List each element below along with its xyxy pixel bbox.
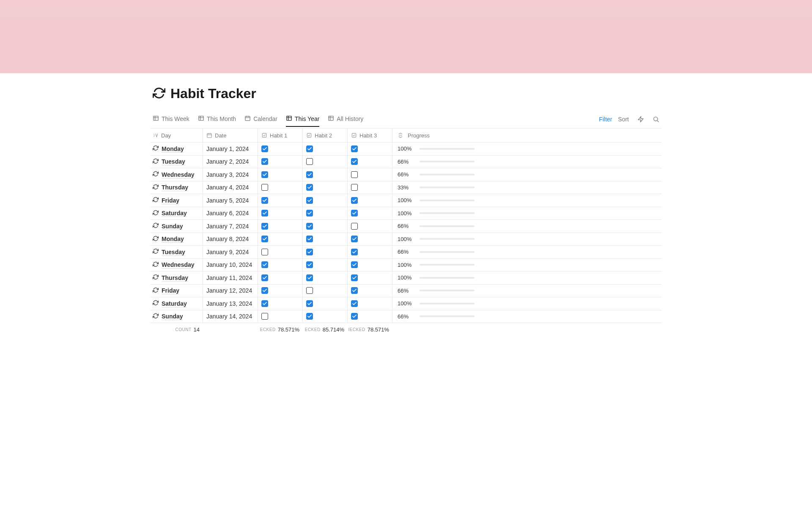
date-value: January 3, 2024 bbox=[206, 171, 249, 178]
table-row[interactable]: TuesdayJanuary 9, 202466% bbox=[150, 246, 662, 259]
habit1-checkbox[interactable] bbox=[261, 300, 268, 307]
habit2-checkbox[interactable] bbox=[306, 236, 313, 242]
table-row[interactable]: FridayJanuary 5, 2024100% bbox=[150, 194, 662, 207]
cover-image bbox=[0, 0, 812, 73]
habit2-checkbox[interactable] bbox=[306, 158, 313, 165]
day-name: Friday bbox=[162, 197, 179, 204]
refresh-icon bbox=[153, 300, 159, 307]
habit2-checkbox[interactable] bbox=[306, 313, 313, 320]
habit2-checkbox[interactable] bbox=[306, 223, 313, 230]
tab-this-week[interactable]: This Week bbox=[153, 115, 189, 127]
habit1-checkbox[interactable] bbox=[261, 184, 268, 191]
habit1-checkbox[interactable] bbox=[261, 210, 268, 217]
habit2-checkbox[interactable] bbox=[306, 300, 313, 307]
habit1-checkbox[interactable] bbox=[261, 223, 268, 230]
habit1-checkbox[interactable] bbox=[261, 287, 268, 294]
refresh-icon bbox=[153, 261, 159, 269]
filter-button[interactable]: Filter bbox=[599, 116, 612, 126]
habit2-checkbox[interactable] bbox=[306, 287, 313, 294]
habit3-checkbox[interactable] bbox=[351, 300, 358, 307]
habit3-checkbox[interactable] bbox=[351, 274, 358, 281]
habit1-checkbox[interactable] bbox=[261, 274, 268, 281]
day-name: Thursday bbox=[162, 184, 188, 191]
habit2-checkbox[interactable] bbox=[306, 184, 313, 191]
date-value: January 6, 2024 bbox=[206, 210, 249, 217]
col-day-header[interactable]: Day bbox=[150, 129, 203, 142]
tab-this-month[interactable]: This Month bbox=[198, 115, 236, 127]
sort-button[interactable]: Sort bbox=[618, 116, 629, 126]
habit1-checkbox[interactable] bbox=[261, 197, 268, 204]
habit3-checkbox[interactable] bbox=[351, 197, 358, 204]
habit3-checkbox[interactable] bbox=[351, 313, 358, 320]
habit1-checkbox[interactable] bbox=[261, 145, 268, 152]
col-habit1-header[interactable]: Habit 1 bbox=[258, 129, 303, 142]
habit3-checkbox[interactable] bbox=[351, 145, 358, 152]
progress-bar bbox=[420, 290, 475, 291]
svg-rect-19 bbox=[207, 134, 212, 137]
tab-calendar[interactable]: Calendar bbox=[244, 115, 277, 127]
habit3-checkbox[interactable] bbox=[351, 210, 358, 217]
habit3-checkbox[interactable] bbox=[351, 171, 358, 178]
svg-rect-24 bbox=[307, 133, 311, 137]
col-date-header[interactable]: Date bbox=[203, 129, 258, 142]
refresh-icon bbox=[153, 184, 159, 191]
tab-this-year[interactable]: This Year bbox=[286, 115, 319, 127]
habit2-checkbox[interactable] bbox=[306, 197, 313, 204]
progress-bar bbox=[420, 238, 475, 240]
habit3-checkbox[interactable] bbox=[351, 158, 358, 165]
lightning-icon[interactable] bbox=[637, 116, 644, 126]
table-icon bbox=[286, 115, 292, 123]
habit3-checkbox[interactable] bbox=[351, 249, 358, 255]
habit2-checkbox[interactable] bbox=[306, 171, 313, 178]
col-progress-header[interactable]: Progress bbox=[392, 129, 662, 142]
table-row[interactable]: ThursdayJanuary 11, 2024100% bbox=[150, 271, 662, 285]
col-habit2-header[interactable]: Habit 2 bbox=[303, 129, 348, 142]
habit2-checkbox[interactable] bbox=[306, 145, 313, 152]
progress-value: 100% bbox=[398, 262, 415, 268]
tab-all-history[interactable]: All History bbox=[328, 115, 363, 127]
habit2-checkbox[interactable] bbox=[306, 261, 313, 268]
progress-bar bbox=[420, 161, 475, 162]
search-icon[interactable] bbox=[653, 116, 659, 126]
table-row[interactable]: SaturdayJanuary 13, 2024100% bbox=[150, 297, 662, 310]
table-row[interactable]: ThursdayJanuary 4, 202433% bbox=[150, 181, 662, 195]
table-row[interactable]: MondayJanuary 8, 2024100% bbox=[150, 233, 662, 246]
habit3-checkbox[interactable] bbox=[351, 236, 358, 242]
date-value: January 10, 2024 bbox=[206, 261, 252, 268]
table-row[interactable]: SundayJanuary 14, 202466% bbox=[150, 310, 662, 323]
table-row[interactable]: WednesdayJanuary 3, 202466% bbox=[150, 168, 662, 181]
table-row[interactable]: FridayJanuary 12, 202466% bbox=[150, 285, 662, 298]
table-header: Day Date Habit 1 Habit 2 Habit 3 Progres… bbox=[150, 129, 662, 143]
table-row[interactable]: SaturdayJanuary 6, 2024100% bbox=[150, 207, 662, 220]
table-row[interactable]: MondayJanuary 1, 2024100% bbox=[150, 143, 662, 156]
habit3-checkbox[interactable] bbox=[351, 184, 358, 191]
habit1-checkbox[interactable] bbox=[261, 158, 268, 165]
habit2-checkbox[interactable] bbox=[306, 274, 313, 281]
habit1-checkbox[interactable] bbox=[261, 313, 268, 320]
table-icon bbox=[153, 115, 159, 123]
day-name: Tuesday bbox=[162, 249, 185, 255]
day-name: Wednesday bbox=[162, 171, 195, 178]
svg-point-17 bbox=[654, 117, 658, 121]
calendar-icon bbox=[244, 115, 251, 123]
habit1-checkbox[interactable] bbox=[261, 261, 268, 268]
table-row[interactable]: TuesdayJanuary 2, 202466% bbox=[150, 156, 662, 169]
date-value: January 12, 2024 bbox=[206, 287, 252, 294]
habit1-checkbox[interactable] bbox=[261, 236, 268, 242]
habit3-checkbox[interactable] bbox=[351, 223, 358, 230]
table-row[interactable]: SundayJanuary 7, 202466% bbox=[150, 220, 662, 233]
habit3-checkbox[interactable] bbox=[351, 261, 358, 268]
refresh-icon bbox=[153, 210, 159, 217]
habit3-checkbox[interactable] bbox=[351, 287, 358, 294]
col-habit3-header[interactable]: Habit 3 bbox=[348, 129, 392, 142]
habit1-checkbox[interactable] bbox=[261, 249, 268, 255]
progress-bar bbox=[420, 264, 475, 266]
habit1-checkbox[interactable] bbox=[261, 171, 268, 178]
progress-value: 100% bbox=[398, 236, 415, 242]
progress-value: 100% bbox=[398, 197, 415, 203]
date-value: January 7, 2024 bbox=[206, 223, 249, 230]
habit2-checkbox[interactable] bbox=[306, 210, 313, 217]
table-row[interactable]: WednesdayJanuary 10, 2024100% bbox=[150, 259, 662, 272]
habit2-checkbox[interactable] bbox=[306, 249, 313, 255]
progress-bar bbox=[420, 186, 475, 188]
